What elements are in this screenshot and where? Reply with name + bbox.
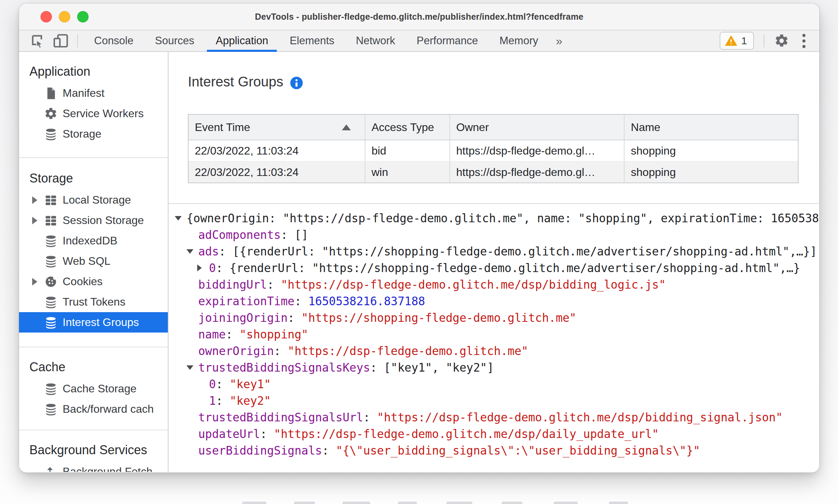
tree-text: : {renderUrl: "https://shopping-fledge-d…: [216, 261, 800, 275]
tree-node: trustedBiddingSignalsUrl: "https://dsp-f…: [168, 409, 819, 426]
panel-splitter[interactable]: [168, 203, 819, 204]
tab-sources[interactable]: Sources: [144, 30, 205, 51]
expand-icon[interactable]: [32, 278, 44, 286]
table-header-row: Event TimeAccess TypeOwnerName: [189, 115, 798, 140]
table-cell: https://dsp-fledge-demo.gl…: [449, 162, 624, 183]
tree-node[interactable]: 0: {renderUrl: "https://shopping-fledge-…: [168, 260, 819, 277]
interest-groups-panel: Interest Groups Event TimeAccess TypeOwn…: [168, 52, 819, 472]
sidebar-item-interest-groups[interactable]: Interest Groups: [19, 312, 168, 333]
tree-text: 0: [209, 261, 216, 275]
sidebar-item-cookies[interactable]: Cookies: [19, 271, 168, 292]
table-cell: https://dsp-fledge-demo.gl…: [449, 140, 624, 161]
tab-memory[interactable]: Memory: [489, 30, 549, 51]
sidebar-section-cache: CacheCache StorageBack/forward cach: [19, 347, 168, 430]
tree-text: "key1": [230, 377, 271, 391]
sidebar-item-label: Cache Storage: [63, 382, 136, 395]
toolbar-separator: [77, 34, 78, 47]
tab-application[interactable]: Application: [205, 30, 279, 51]
tree-node: userBiddingSignals: "{\"user_bidding_sig…: [168, 442, 819, 459]
expand-icon[interactable]: [32, 217, 44, 224]
sidebar-item-service-workers[interactable]: Service Workers: [19, 103, 168, 124]
sidebar-item-trust-tokens[interactable]: Trust Tokens: [19, 292, 168, 312]
collapse-icon[interactable]: [175, 216, 182, 221]
sort-ascending-icon[interactable]: [342, 124, 351, 130]
tree-node: 0: "key1": [168, 376, 819, 393]
tree-text: biddingUrl: [198, 278, 267, 291]
table-row[interactable]: 22/03/2022, 11:03:24bidhttps://dsp-fledg…: [189, 140, 798, 161]
toolbar-right: 1: [720, 32, 807, 50]
database-icon: [44, 254, 58, 268]
database-icon: [44, 234, 58, 248]
more-tabs-button[interactable]: »: [549, 34, 570, 48]
column-header-label: Access Type: [372, 121, 434, 134]
database-icon: [44, 382, 58, 396]
interest-groups-table: Event TimeAccess TypeOwnerName22/03/2022…: [188, 114, 799, 183]
tree-text: ownerOrigin: [198, 344, 274, 358]
sidebar-item-local-storage[interactable]: Local Storage: [19, 190, 168, 210]
gear-icon: [44, 107, 58, 121]
sidebar-item-label: Cookies: [63, 275, 103, 288]
gear-icon[interactable]: [774, 33, 789, 48]
database-icon: [44, 127, 58, 141]
issues-badge[interactable]: 1: [720, 32, 754, 50]
sidebar-item-indexeddb[interactable]: IndexedDB: [19, 231, 168, 251]
expand-icon[interactable]: [197, 264, 202, 271]
close-button[interactable]: [40, 11, 52, 22]
sidebar-section-title: Background Services: [19, 439, 168, 461]
tree-text: ads: [198, 245, 219, 258]
tree-text: "{\"user_bidding_signals\":\"user_biddin…: [336, 444, 700, 457]
tree-text: 0: [209, 377, 216, 391]
tree-node[interactable]: {ownerOrigin: "https://dsp-fledge-demo.g…: [168, 210, 819, 227]
sidebar-item-session-storage[interactable]: Session Storage: [19, 210, 168, 231]
sidebar-item-background-fetch[interactable]: Background Fetch: [19, 461, 168, 472]
collapse-icon[interactable]: [186, 249, 193, 254]
tree-text: "shopping": [239, 328, 308, 341]
table-row[interactable]: 22/03/2022, 11:03:24winhttps://dsp-fledg…: [189, 161, 798, 183]
collapse-icon[interactable]: [186, 365, 193, 370]
column-header-label: Event Time: [195, 121, 250, 134]
json-tree-view: {ownerOrigin: "https://dsp-fledge-demo.g…: [168, 210, 819, 459]
window-title: DevTools - publisher-fledge-demo.glitch.…: [255, 12, 583, 22]
tree-node[interactable]: ads: [{renderUrl: "https://shopping-fled…: [168, 243, 819, 260]
minimize-button[interactable]: [59, 11, 70, 22]
column-header-name[interactable]: Name: [624, 115, 798, 140]
tab-elements[interactable]: Elements: [279, 30, 345, 51]
tree-node: ownerOrigin: "https://dsp-fledge-demo.gl…: [168, 343, 819, 360]
sidebar-section-title: Storage: [19, 167, 168, 190]
tree-text: updateUrl: [198, 427, 260, 441]
kebab-menu-icon[interactable]: [801, 32, 807, 49]
sidebar-item-label: Interest Groups: [63, 316, 139, 329]
tree-node: adComponents: []: [168, 227, 819, 243]
column-header-owner[interactable]: Owner: [449, 115, 624, 140]
inspect-icon[interactable]: [29, 33, 45, 48]
sidebar-section-background-services: Background ServicesBackground Fetch: [19, 430, 168, 472]
tab-network[interactable]: Network: [345, 30, 406, 51]
tree-node: expirationTime: 1650538216.837188: [168, 293, 819, 310]
tab-console[interactable]: Console: [83, 30, 144, 51]
tree-node: updateUrl: "https://dsp-fledge-demo.glit…: [168, 426, 819, 442]
info-icon[interactable]: [290, 77, 303, 89]
sidebar-item-label: Web SQL: [63, 255, 110, 268]
panel-tabs: ConsoleSourcesApplicationElementsNetwork…: [83, 30, 549, 51]
sidebar-item-back-forward-cach[interactable]: Back/forward cach: [19, 399, 168, 419]
device-toolbar-icon[interactable]: [52, 33, 70, 49]
expand-icon[interactable]: [32, 196, 44, 204]
zoom-button[interactable]: [77, 11, 89, 22]
tree-text: :: [274, 344, 288, 358]
title-bar: DevTools - publisher-fledge-demo.glitch.…: [19, 3, 819, 30]
table-cell: 22/03/2022, 11:03:24: [189, 162, 365, 183]
sidebar-item-storage[interactable]: Storage: [19, 124, 168, 144]
database-icon: [44, 402, 58, 416]
tab-performance[interactable]: Performance: [406, 30, 489, 51]
database-icon: [44, 316, 58, 329]
sidebar-item-cache-storage[interactable]: Cache Storage: [19, 379, 168, 399]
tree-node: 1: "key2": [168, 393, 819, 409]
sidebar-item-label: Local Storage: [63, 194, 131, 206]
sidebar-item-manifest[interactable]: Manifest: [19, 83, 168, 103]
sidebar-item-web-sql[interactable]: Web SQL: [19, 251, 168, 271]
column-header-event-time[interactable]: Event Time: [189, 115, 365, 140]
tree-node[interactable]: trustedBiddingSignalsKeys: ["key1", "key…: [168, 360, 819, 376]
tree-text: name: [198, 328, 226, 341]
tree-node: name: "shopping": [168, 326, 819, 343]
column-header-access-type[interactable]: Access Type: [365, 115, 449, 140]
